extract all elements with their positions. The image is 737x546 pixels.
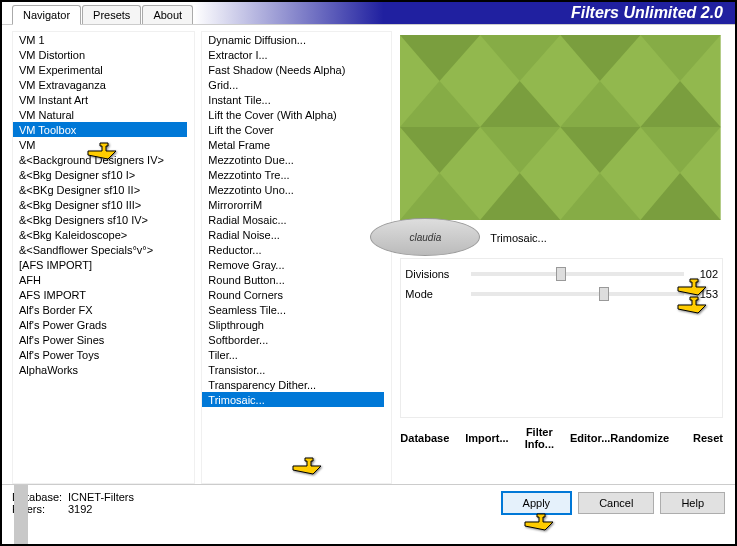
link-reset[interactable]: Reset [693,426,723,450]
tab-navigator[interactable]: Navigator [12,5,81,25]
category-item[interactable]: Alf's Power Sines [13,332,187,347]
tab-bar: Navigator Presets About [2,2,194,24]
filter-item[interactable]: Round Button... [202,272,384,287]
param-label: Divisions [405,268,465,280]
filter-item[interactable]: Radial Noise... [202,227,384,242]
param-value: 153 [690,288,718,300]
category-item[interactable]: &<Bkg Designer sf10 I> [13,167,187,182]
link-filterinfo[interactable]: Filter Info... [525,426,554,450]
filter-item[interactable]: Remove Gray... [202,257,384,272]
category-item[interactable]: &<Bkg Designers sf10 IV> [13,212,187,227]
category-item[interactable]: AlphaWorks [13,362,187,377]
param-slider[interactable] [471,272,684,276]
param-label: Mode [405,288,465,300]
filter-list-frame: Dynamic Diffusion...Extractor I...Fast S… [201,31,392,484]
right-panel: claudia Trimosaic... Divisions102Mode153… [398,31,725,484]
link-randomize[interactable]: Randomize [610,426,669,450]
filter-item[interactable]: MirrororriM [202,197,384,212]
category-item[interactable]: Alf's Power Grads [13,317,187,332]
category-item[interactable]: &<Bkg Kaleidoscope> [13,227,187,242]
filter-item[interactable]: Round Corners [202,287,384,302]
category-item[interactable]: VM Extravaganza [13,77,187,92]
filter-item[interactable]: Dynamic Diffusion... [202,32,384,47]
category-item[interactable]: &<BKg Designer sf10 II> [13,182,187,197]
filter-item[interactable]: Mezzotinto Tre... [202,167,384,182]
category-item[interactable]: [AFS IMPORT] [13,257,187,272]
cancel-button[interactable]: Cancel [578,492,654,514]
filter-item[interactable]: Instant Tile... [202,92,384,107]
tab-presets[interactable]: Presets [82,5,141,24]
preview-image [400,35,721,220]
link-import[interactable]: Import... [465,426,508,450]
filter-list[interactable]: Dynamic Diffusion...Extractor I...Fast S… [202,32,384,483]
watermark-badge: claudia [370,218,480,256]
slider-thumb[interactable] [599,287,609,301]
app-title: Filters Unlimited 2.0 [194,2,735,24]
link-editor[interactable]: Editor... [570,426,610,450]
category-item[interactable]: &<Bkg Designer sf10 III> [13,197,187,212]
filter-item[interactable]: Lift the Cover [202,122,384,137]
filter-item[interactable]: Softborder... [202,332,384,347]
category-item[interactable]: VM Toolbox [13,122,187,137]
category-item[interactable]: &<Sandflower Specials°v°> [13,242,187,257]
category-item[interactable]: Alf's Border FX [13,302,187,317]
filter-item[interactable]: Grid... [202,77,384,92]
category-item[interactable]: VM 1 [13,32,187,47]
parameter-area: Divisions102Mode153 [400,258,723,418]
filter-item[interactable]: Seamless Tile... [202,302,384,317]
filter-item[interactable]: Reductor... [202,242,384,257]
filter-item[interactable]: Metal Frame [202,137,384,152]
filter-item[interactable]: Transistor... [202,362,384,377]
param-row: Mode153 [405,285,718,303]
category-list-frame: VM 1VM DistortionVM ExperimentalVM Extra… [12,31,195,484]
slider-thumb[interactable] [556,267,566,281]
current-filter-name: Trimosaic... [486,230,725,246]
filter-item[interactable]: Extractor I... [202,47,384,62]
filter-item[interactable]: Lift the Cover (With Alpha) [202,107,384,122]
category-item[interactable]: VM Experimental [13,62,187,77]
param-value: 102 [690,268,718,280]
help-button[interactable]: Help [660,492,725,514]
tab-about[interactable]: About [142,5,193,24]
filter-item[interactable]: Trimosaic... [202,392,384,407]
filter-item[interactable]: Tiler... [202,347,384,362]
filter-item[interactable]: Mezzotinto Uno... [202,182,384,197]
category-item[interactable]: VM Distortion [13,47,187,62]
db-value: ICNET-Filters [68,491,134,503]
filter-item[interactable]: Slipthrough [202,317,384,332]
param-slider[interactable] [471,292,684,296]
category-item[interactable]: Alf's Power Toys [13,347,187,362]
filter-item[interactable]: Mezzotinto Due... [202,152,384,167]
filters-count: 3192 [68,503,92,515]
filter-item[interactable]: Fast Shadow (Needs Alpha) [202,62,384,77]
category-item[interactable]: AFH [13,272,187,287]
filter-item[interactable]: Radial Mosaic... [202,212,384,227]
filter-item[interactable]: Transparency Dither... [202,377,384,392]
param-row: Divisions102 [405,265,718,283]
category-item[interactable]: AFS IMPORT [13,287,187,302]
category-list[interactable]: VM 1VM DistortionVM ExperimentalVM Extra… [13,32,187,483]
link-database[interactable]: Database [400,426,449,450]
category-item[interactable]: &<Background Designers IV> [13,152,187,167]
category-item[interactable]: VM [13,137,187,152]
category-item[interactable]: VM Instant Art [13,92,187,107]
category-item[interactable]: VM Natural [13,107,187,122]
footer-info: Database:ICNET-Filters Filters:3192 [12,491,134,515]
scroll-thumb[interactable] [14,485,28,545]
apply-button[interactable]: Apply [501,491,573,515]
